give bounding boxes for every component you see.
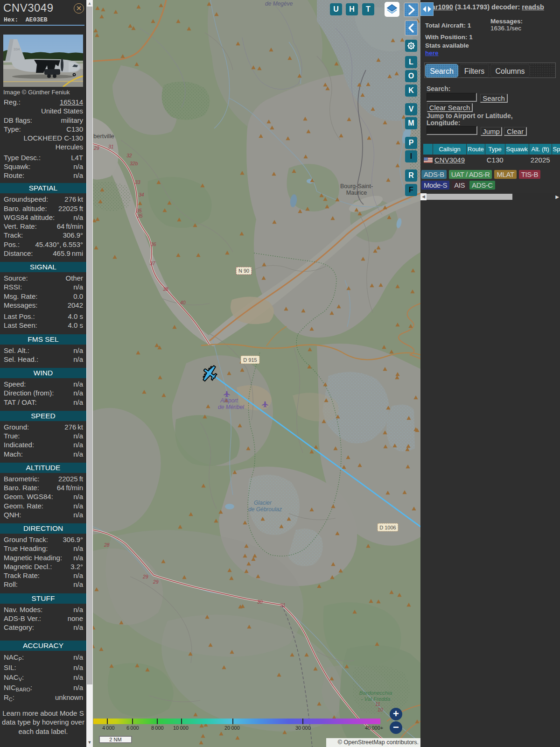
svg-text:29: 29 bbox=[142, 574, 148, 579]
svg-text:28: 28 bbox=[104, 542, 110, 548]
svg-text:334: 334 bbox=[14, 47, 20, 51]
svg-text:10: 10 bbox=[378, 707, 383, 712]
svg-text:31: 31 bbox=[108, 144, 114, 149]
svg-text:36: 36 bbox=[151, 241, 156, 247]
svg-text:de Megève: de Megève bbox=[265, 0, 293, 7]
svg-text:30: 30 bbox=[257, 599, 263, 605]
svg-text:29: 29 bbox=[153, 579, 159, 585]
svg-text:29: 29 bbox=[93, 145, 99, 151]
svg-text:Bardonecchia: Bardonecchia bbox=[359, 690, 392, 696]
svg-text:de Gébroulaz: de Gébroulaz bbox=[248, 506, 282, 513]
svg-text:bertville: bertville bbox=[93, 133, 114, 140]
svg-text:38: 38 bbox=[163, 286, 168, 292]
svg-text:de Méribel: de Méribel bbox=[218, 404, 244, 410]
svg-text:D 1006: D 1006 bbox=[379, 525, 396, 530]
svg-text:32: 32 bbox=[126, 153, 132, 158]
svg-text:Maurice: Maurice bbox=[346, 190, 367, 196]
svg-text:34: 34 bbox=[139, 192, 144, 197]
svg-text:Bourg-Saint-: Bourg-Saint- bbox=[340, 183, 373, 190]
svg-text:D 915: D 915 bbox=[243, 357, 257, 363]
svg-text:40: 40 bbox=[180, 300, 186, 305]
svg-text:Altiport: Altiport bbox=[220, 397, 238, 404]
svg-text:37: 37 bbox=[150, 261, 156, 266]
svg-text:11: 11 bbox=[375, 701, 380, 707]
svg-text:- Val Fredda: - Val Fredda bbox=[361, 696, 391, 702]
svg-text:35: 35 bbox=[137, 213, 143, 218]
svg-text:N 90: N 90 bbox=[238, 268, 249, 274]
svg-text:32b: 32b bbox=[130, 161, 138, 166]
svg-text:31: 31 bbox=[280, 602, 286, 608]
svg-text:Glacier: Glacier bbox=[254, 500, 272, 506]
svg-text:33: 33 bbox=[135, 179, 140, 185]
